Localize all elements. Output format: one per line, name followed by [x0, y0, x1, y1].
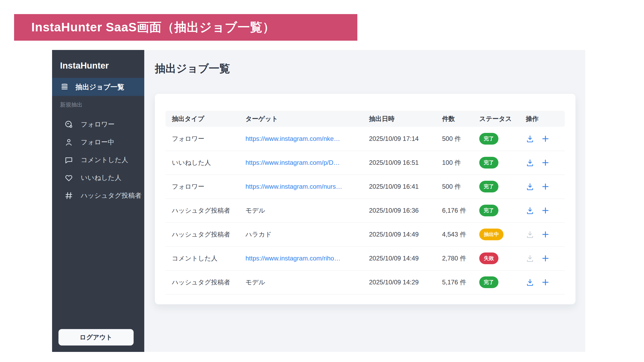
job-datetime-cell: 2025/10/09 16:51 [368, 151, 441, 175]
add-icon[interactable] [541, 230, 550, 239]
download-icon[interactable] [526, 134, 534, 143]
job-status-cell: 完了 [478, 199, 525, 222]
job-target-link[interactable]: https://www.instagram.com/riho… [245, 255, 340, 262]
download-icon [526, 254, 534, 263]
add-icon[interactable] [541, 254, 550, 263]
sidebar-item-job-list[interactable]: 抽出ジョブ一覧 [52, 78, 144, 96]
logout-button[interactable]: ログアウト [58, 329, 134, 346]
job-type-cell: ハッシュタグ投稿者 [166, 270, 244, 294]
job-target-cell: モデル [244, 270, 368, 294]
job-count-cell: 4,543 件 [441, 222, 478, 246]
status-badge: 完了 [479, 181, 498, 192]
status-badge: 完了 [479, 133, 498, 145]
jobs-table: 抽出タイプ ターゲット 抽出日時 件数 ステータス 操作 フォロワーhttps:… [166, 111, 565, 294]
sidebar-item-hashtag-posters[interactable]: ハッシュタグ投稿者 [52, 187, 144, 204]
job-ops-cell [525, 175, 565, 199]
download-icon[interactable] [526, 182, 534, 191]
download-icon[interactable] [526, 158, 534, 167]
job-target-cell: https://www.instagram.com/p/D… [244, 151, 368, 175]
job-ops-cell [525, 151, 565, 175]
job-count-cell: 2,780 件 [441, 246, 478, 270]
job-type-cell: フォロワー [166, 127, 244, 151]
add-icon[interactable] [541, 206, 550, 215]
job-type-cell: いいねした人 [166, 151, 244, 175]
status-badge: 完了 [479, 276, 498, 288]
header-target: ターゲット [244, 111, 368, 127]
download-icon [526, 230, 534, 239]
hashtag-icon [64, 191, 73, 200]
sidebar-item-label: フォロー中 [81, 138, 115, 146]
job-status-cell: 完了 [478, 151, 525, 175]
job-datetime-cell: 2025/10/09 16:36 [368, 199, 441, 222]
app-window: InstaHunter 抽出ジョブ一覧 新規抽出 フォロワー [52, 50, 585, 352]
status-badge: 抽出中 [479, 229, 503, 240]
page-title: 抽出ジョブ一覧 [155, 61, 230, 76]
job-target-link[interactable]: https://www.instagram.com/p/D… [245, 159, 340, 166]
status-badge: 完了 [479, 157, 498, 169]
job-target-cell: モデル [244, 199, 368, 222]
job-count-cell: 100 件 [441, 151, 478, 175]
job-count-cell: 500 件 [441, 175, 478, 199]
sidebar-item-label: フォロワー [81, 120, 115, 129]
add-icon[interactable] [541, 134, 550, 143]
comment-icon [64, 155, 73, 165]
followers-icon [64, 120, 73, 129]
sidebar-item-likers[interactable]: いいねした人 [52, 169, 144, 187]
job-status-cell: 完了 [478, 175, 525, 199]
jobs-card: 抽出タイプ ターゲット 抽出日時 件数 ステータス 操作 フォロワーhttps:… [155, 94, 575, 304]
add-icon[interactable] [541, 278, 550, 287]
job-type-cell: フォロワー [166, 175, 244, 199]
job-type-cell: ハッシュタグ投稿者 [166, 199, 244, 222]
sidebar: InstaHunter 抽出ジョブ一覧 新規抽出 フォロワー [52, 50, 144, 352]
status-badge: 失敗 [479, 252, 498, 264]
sidebar-nav: フォロワー フォロー中 コメントした人 [52, 115, 144, 204]
sidebar-item-commenters[interactable]: コメントした人 [52, 151, 144, 169]
download-icon[interactable] [526, 206, 534, 215]
app-logo: InstaHunter [60, 61, 109, 71]
sidebar-item-following[interactable]: フォロー中 [52, 133, 144, 151]
job-datetime-cell: 2025/10/09 16:41 [368, 175, 441, 199]
job-count-cell: 5,176 件 [441, 270, 478, 294]
add-icon[interactable] [541, 158, 550, 167]
job-type-cell: ハッシュタグ投稿者 [166, 222, 244, 246]
sidebar-item-label: ハッシュタグ投稿者 [81, 191, 142, 200]
job-row: ハッシュタグ投稿者ハラカド2025/10/09 14:494,543 件抽出中 [166, 222, 565, 246]
jobs-table-body: フォロワーhttps://www.instagram.com/nke…2025/… [166, 127, 565, 294]
sidebar-item-followers[interactable]: フォロワー [52, 115, 144, 133]
header-datetime: 抽出日時 [368, 111, 441, 127]
job-datetime-cell: 2025/10/09 14:29 [368, 270, 441, 294]
title-banner: InstaHunter SaaS画面（抽出ジョブ一覧） [14, 14, 357, 41]
job-target-cell: https://www.instagram.com/riho… [244, 246, 368, 270]
add-icon[interactable] [541, 182, 550, 191]
job-ops-cell [525, 199, 565, 222]
job-status-cell: 失敗 [478, 246, 525, 270]
job-type-cell: コメントした人 [166, 246, 244, 270]
job-list-icon [60, 82, 69, 91]
download-icon[interactable] [526, 278, 534, 287]
job-datetime-cell: 2025/10/09 14:49 [368, 246, 441, 270]
sidebar-section-label: 新規抽出 [60, 101, 82, 108]
job-ops-cell [525, 270, 565, 294]
job-target-cell: https://www.instagram.com/nke… [244, 127, 368, 151]
job-target-link[interactable]: https://www.instagram.com/nurs… [245, 183, 342, 190]
jobs-table-header: 抽出タイプ ターゲット 抽出日時 件数 ステータス 操作 [166, 111, 565, 127]
job-status-cell: 完了 [478, 127, 525, 151]
job-row: ハッシュタグ投稿者モデル2025/10/09 14:295,176 件完了 [166, 270, 565, 294]
status-badge: 完了 [479, 205, 498, 216]
job-target-link[interactable]: https://www.instagram.com/nke… [245, 135, 340, 142]
banner-title: InstaHunter SaaS画面（抽出ジョブ一覧） [31, 19, 275, 36]
job-status-cell: 完了 [478, 270, 525, 294]
heart-icon [64, 173, 73, 182]
job-ops-cell [525, 127, 565, 151]
following-icon [64, 138, 73, 147]
job-ops-cell [525, 222, 565, 246]
sidebar-item-label: 抽出ジョブ一覧 [75, 82, 124, 92]
header-ops: 操作 [525, 111, 565, 127]
job-datetime-cell: 2025/10/09 14:49 [368, 222, 441, 246]
header-status: ステータス [478, 111, 525, 127]
job-target-cell: ハラカド [244, 222, 368, 246]
main-content: 抽出ジョブ一覧 抽出タイプ ターゲット 抽出日時 件数 ステータス 操作 [144, 50, 585, 352]
job-count-cell: 6,176 件 [441, 199, 478, 222]
job-ops-cell [525, 246, 565, 270]
sidebar-item-label: いいねした人 [81, 173, 121, 182]
